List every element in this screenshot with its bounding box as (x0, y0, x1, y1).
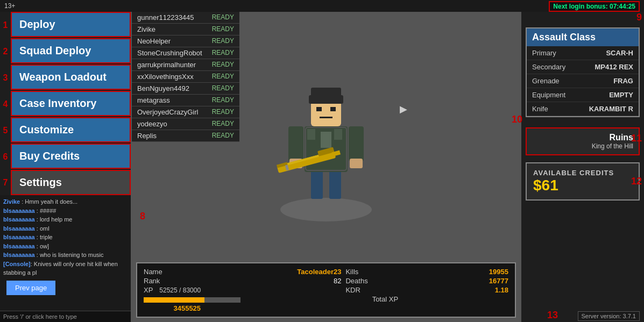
nav-btn-case-inventory[interactable]: Case Inventory (11, 91, 131, 116)
class-row-label: Equipment (532, 91, 565, 99)
class-row-value: KARAMBIT R (589, 105, 633, 113)
nav-marker-case-inventory: 4 (0, 99, 11, 109)
marker-8: 8 (140, 211, 145, 222)
xp-bar-bg (144, 297, 240, 303)
svg-rect-1 (311, 169, 323, 199)
chat-username: blsaaaaaaa (3, 207, 35, 214)
chat-line: blsaaaaaaa : ow] (3, 242, 128, 251)
chat-username: blsaaaaaaa (3, 243, 35, 249)
player-status: READY (212, 25, 234, 33)
chat-username: blsaaaaaaa (3, 216, 35, 223)
kills-value: 19955 (372, 268, 508, 276)
class-row: SecondaryMP412 REX (527, 60, 639, 74)
player-status: READY (212, 49, 234, 57)
player-name: StoneCrushingRobot (137, 49, 202, 57)
player-status: READY (212, 132, 234, 140)
svg-rect-4 (307, 129, 315, 140)
player-row: BenNguyen4492READY (132, 83, 239, 95)
xp-value: 52525 / 83000 (159, 287, 201, 294)
player-row: yodeezyoREADY (132, 118, 239, 130)
player-row: NeoHelperREADY (132, 35, 239, 47)
chat-username: Zivike (3, 198, 20, 205)
player-name: yodeezyo (137, 120, 167, 128)
marker-12: 12 (511, 176, 644, 187)
svg-rect-2 (329, 169, 341, 199)
chat-username: blsaaaaaaa (3, 252, 35, 258)
class-title: Assault Class (527, 28, 639, 46)
player-name: gunner112233445 (137, 13, 194, 22)
nav-btn-deploy[interactable]: Deploy (11, 12, 131, 37)
player-name: Zivike (137, 25, 155, 33)
rank-label: Rank (144, 277, 201, 285)
svg-rect-13 (316, 107, 322, 111)
player-row: xxXilovethingsXxxREADY (132, 71, 239, 83)
player-row: ReplisREADY (132, 130, 239, 142)
xp-label: XP (144, 286, 153, 294)
svg-point-0 (280, 198, 372, 221)
class-row-value: EMPTY (609, 91, 633, 99)
total-xp-label: Total XP (372, 295, 508, 303)
nav-btn-weapon-loadout[interactable]: Weapon Loadout (11, 65, 131, 90)
player-name: Replis (137, 132, 157, 140)
class-panel: Assault Class PrimarySCAR-HSecondaryMP41… (526, 27, 640, 117)
svg-rect-11 (350, 159, 363, 168)
marker-13: 13 (547, 310, 558, 321)
marker-11: 11 (511, 133, 644, 144)
player-row: OverjoyedCrazyGirlREADY (132, 106, 239, 118)
character-display (267, 51, 385, 223)
main-area: 1Deploy2Squad Deploy3Weapon Loadout4Case… (0, 12, 644, 322)
nav-marker-settings: 7 (0, 178, 11, 188)
rank-value: 82 (205, 277, 341, 285)
player-status: READY (212, 96, 234, 104)
sidebar: 1Deploy2Squad Deploy3Weapon Loadout4Case… (0, 12, 132, 322)
player-name: OverjoyedCrazyGirl (137, 108, 198, 116)
cursor: ▶ (400, 103, 407, 115)
deaths-label: Deaths (345, 277, 367, 285)
player-name: NeoHelper (137, 37, 171, 45)
nav-btn-settings[interactable]: Settings (11, 170, 131, 195)
chat-line: Zivike : Hmm yeah it does... (3, 197, 128, 206)
svg-rect-5 (321, 132, 331, 148)
svg-rect-8 (288, 126, 303, 161)
player-status: READY (212, 108, 234, 116)
nav-btn-buy-credits[interactable]: Buy Credits (11, 144, 131, 169)
chat-line: blsaaaaaaa : ##### (3, 206, 128, 216)
xp-bar-container (144, 297, 341, 303)
class-rows: PrimarySCAR-HSecondaryMP412 REXGrenadeFR… (527, 46, 639, 116)
player-row: metagrassREADY (132, 95, 239, 106)
name-label: Name (144, 268, 201, 276)
player-name: metagrass (137, 96, 170, 104)
player-rows: gunner112233445READYZivikeREADYNeoHelper… (132, 12, 239, 142)
chat-area: Zivike : Hmm yeah it does...blsaaaaaaa :… (0, 195, 131, 311)
class-row-value: FRAG (613, 77, 633, 85)
total-xp-value: 3455525 (144, 304, 201, 312)
server-version: Server version: 3.7.1 (578, 311, 640, 321)
chat-username: [Console] (3, 261, 31, 267)
nav-marker-customize: 5 (0, 126, 11, 135)
chat-username: blsaaaaaaa (3, 225, 35, 232)
class-row: EquipmentEMPTY (527, 88, 639, 102)
chat-input-hint[interactable]: Press '/' or click here to type (0, 311, 131, 322)
chat-line: blsaaaaaaa : who is listening to music (3, 251, 128, 260)
kdr-value: 1.18 (372, 286, 508, 294)
player-row: gunner112233445READY (132, 12, 239, 24)
nav-btn-squad-deploy[interactable]: Squad Deploy (11, 38, 131, 63)
chat-line: blsaaaaaaa : triple (3, 233, 128, 242)
svg-rect-9 (349, 126, 364, 161)
chat-lines: Zivike : Hmm yeah it does...blsaaaaaaa :… (3, 197, 128, 277)
nav-marker-buy-credits: 6 (0, 152, 11, 162)
nav-btn-customize[interactable]: Customize (11, 117, 131, 142)
prev-page-button[interactable]: Prev page (6, 281, 55, 295)
player-status: READY (212, 13, 234, 22)
class-row-value: MP412 REX (595, 63, 633, 71)
stats-panel: Name Tacoleader23 Kills 19955 Rank 82 De… (136, 262, 516, 318)
class-row: PrimarySCAR-H (527, 46, 639, 60)
nav-marker-deploy: 1 (0, 20, 11, 30)
class-row: GrenadeFRAG (527, 74, 639, 88)
center-area: gunner112233445READYZivikeREADYNeoHelper… (132, 12, 520, 322)
name-value: Tacoleader23 (205, 268, 341, 276)
svg-rect-6 (334, 129, 342, 140)
class-row-label: Primary (532, 49, 556, 57)
class-row-label: Grenade (532, 77, 560, 85)
chat-line: blsaaaaaaa : lord help me (3, 215, 128, 224)
